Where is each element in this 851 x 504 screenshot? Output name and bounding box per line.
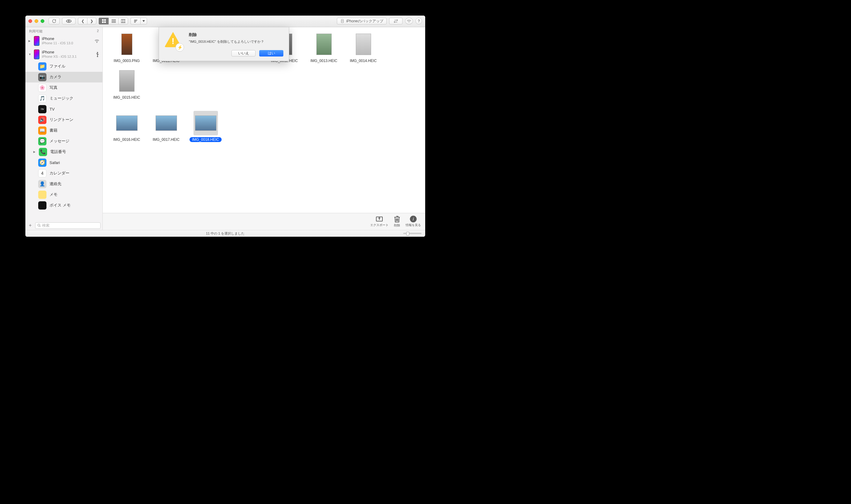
file-name: IMG_0014.HEIC: [347, 58, 379, 63]
app-badge-icon: ⚡: [175, 43, 184, 52]
sidebar-device-count: 2: [97, 29, 99, 34]
back-button[interactable]: ❮: [78, 18, 87, 24]
wifi-status-icon[interactable]: [405, 18, 413, 24]
sidebar-item-8[interactable]: ▶📞電話番号: [25, 147, 102, 157]
file-name: IMG_0003.PNG: [111, 58, 142, 63]
dialog-no-button[interactable]: いいえ: [231, 50, 256, 56]
file-name: IMG_0015.HEIC: [111, 95, 142, 100]
file-item[interactable]: IMG_0017.HEIC: [146, 111, 186, 142]
close-window-button[interactable]: [29, 19, 32, 23]
sidebar-item-label: メモ: [50, 192, 57, 197]
app-icon: tv: [38, 105, 47, 113]
info-button[interactable]: i 情報を見る: [406, 216, 421, 227]
warning-icon: ⚡: [164, 32, 184, 52]
trash-icon: [394, 215, 400, 223]
sidebar-item-0[interactable]: 📁ファイル: [25, 61, 102, 72]
device-item-0[interactable]: ▶ iPhone iPhone 11 - iOS 13.0: [25, 34, 102, 48]
help-button[interactable]: ?: [415, 18, 422, 24]
file-name: IMG_0013.HEIC: [308, 58, 340, 63]
nav-segment: ❮ ❯: [78, 18, 96, 24]
device-name: iPhone: [42, 36, 92, 41]
sidebar-item-4[interactable]: tvTV: [25, 104, 102, 114]
device-sub: iPhone XS - iOS 12.3.1: [42, 55, 93, 59]
sort-dropdown-button[interactable]: [140, 18, 147, 24]
file-item[interactable]: IMG_0003.PNG: [107, 32, 146, 63]
file-item[interactable]: IMG_0016.HEIC: [107, 111, 146, 142]
zoom-window-button[interactable]: [41, 19, 44, 23]
delete-label: 削除: [394, 223, 400, 228]
svg-rect-3: [102, 21, 103, 23]
sidebar: 利用可能 2 ▶ iPhone iPhone 11 - iOS 13.0 ▼ i…: [25, 27, 103, 230]
wifi-icon: [94, 39, 99, 43]
file-item[interactable]: IMG_0014.HEIC: [344, 32, 383, 63]
toolbar: ❮ ❯ iPhoneのバックアップ: [25, 16, 425, 27]
backup-label: iPhoneのバックアップ: [346, 19, 383, 24]
search-placeholder: 検索: [42, 223, 50, 228]
sidebar-item-11[interactable]: 👤連絡先: [25, 179, 102, 190]
quicklook-button[interactable]: [62, 18, 75, 24]
sidebar-item-label: ファイル: [50, 64, 65, 69]
sidebar-header: 利用可能 2: [25, 27, 102, 34]
app-icon: 4: [38, 169, 47, 178]
app-icon: [38, 201, 47, 210]
sort-button[interactable]: [131, 18, 140, 24]
export-button[interactable]: エクスポート: [370, 216, 388, 227]
sidebar-item-12[interactable]: メモ: [25, 190, 102, 200]
sidebar-item-label: 書籍: [50, 128, 57, 133]
add-button[interactable]: +: [27, 222, 33, 229]
file-name: IMG_0016.HEIC: [111, 137, 142, 142]
sort-segment: [131, 18, 147, 24]
sidebar-item-label: カメラ: [50, 74, 62, 80]
svg-point-15: [97, 42, 97, 42]
minimize-window-button[interactable]: [35, 19, 38, 23]
phone-icon: [34, 36, 39, 46]
sidebar-item-5[interactable]: 🔊リングトーン: [25, 114, 102, 125]
thumbnail: [154, 111, 178, 135]
dialog-yes-button[interactable]: はい: [259, 50, 283, 56]
thumbnail: [115, 69, 139, 93]
app-icon: 🔊: [38, 116, 47, 124]
delete-button[interactable]: 削除: [394, 215, 400, 228]
sidebar-item-13[interactable]: ボイス メモ: [25, 200, 102, 211]
app-icon: 🌸: [38, 84, 47, 92]
file-name: IMG_0018.HEIC: [190, 137, 221, 142]
app-icon: 🎵: [38, 94, 47, 103]
backup-button[interactable]: iPhoneのバックアップ: [337, 18, 387, 24]
sidebar-item-6[interactable]: 📖書籍: [25, 125, 102, 136]
file-item[interactable]: IMG_0013.HEIC: [304, 32, 344, 63]
sidebar-item-9[interactable]: 🧭Safari: [25, 157, 102, 168]
forward-button[interactable]: ❯: [87, 18, 96, 24]
file-item[interactable]: IMG_0018.HEIC: [186, 111, 225, 142]
sidebar-item-1[interactable]: 📷カメラ: [25, 72, 102, 83]
app-icon: 📷: [38, 73, 47, 81]
info-label: 情報を見る: [406, 223, 421, 227]
sidebar-item-10[interactable]: 4カレンダー: [25, 168, 102, 179]
refresh-button[interactable]: [49, 18, 59, 24]
thumbnail: [115, 111, 139, 135]
svg-point-18: [97, 56, 98, 57]
device-name: iPhone: [42, 50, 93, 55]
file-item[interactable]: IMG_0015.HEIC: [107, 69, 146, 100]
device-sub: iPhone 11 - iOS 13.0: [42, 41, 92, 45]
app-icon: 👤: [38, 180, 47, 188]
list-view-button[interactable]: [108, 18, 118, 24]
phone-icon: [34, 50, 39, 59]
sidebar-bottom: + 検索: [25, 221, 102, 230]
action-bar: エクスポート 削除 i 情報を見る: [103, 213, 425, 230]
dialog-title: 削除: [189, 32, 283, 38]
download-icon: [340, 19, 345, 23]
transfer-button[interactable]: [389, 18, 403, 24]
sidebar-item-7[interactable]: 💬メッセージ: [25, 136, 102, 147]
svg-rect-8: [121, 20, 125, 23]
device-item-1[interactable]: ▼ iPhone iPhone XS - iOS 12.3.1: [25, 48, 102, 61]
column-view-button[interactable]: [118, 18, 128, 24]
svg-rect-2: [104, 19, 105, 21]
svg-line-20: [40, 226, 41, 227]
search-input[interactable]: 検索: [35, 222, 101, 229]
thumbnail: [312, 32, 336, 56]
icon-view-button[interactable]: [99, 18, 108, 24]
sidebar-item-3[interactable]: 🎵ミュージック: [25, 93, 102, 104]
export-label: エクスポート: [370, 223, 388, 227]
sidebar-item-2[interactable]: 🌸写真: [25, 83, 102, 93]
zoom-slider[interactable]: [403, 233, 421, 234]
